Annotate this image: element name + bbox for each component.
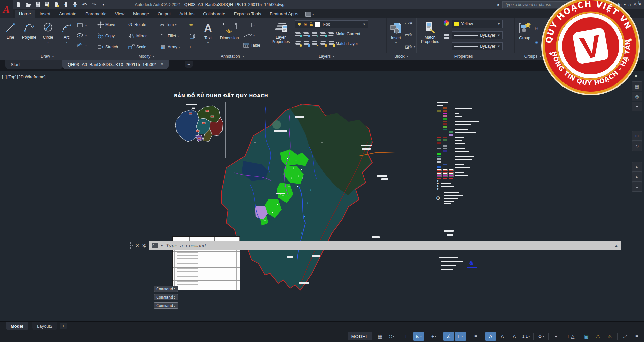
layer-unisolate-icon[interactable] — [303, 41, 309, 46]
leader-tool[interactable]: ▾ — [243, 31, 260, 40]
status-annotation-visibility[interactable]: A — [485, 332, 496, 341]
app-store-icon[interactable]: ⌂ — [628, 2, 631, 7]
status-polar-tracking[interactable]: ⊾▾ — [413, 332, 424, 341]
drawing-canvas[interactable]: [−] [Top] [2D Wireframe] BẢN ĐỒ SỬ DỤNG … — [0, 71, 644, 321]
ribbon-tab-collaborate[interactable]: Collaborate — [199, 10, 230, 18]
status-annotation-all[interactable]: A — [509, 332, 520, 341]
rotate-tool[interactable]: ↺ Rotate — [128, 20, 160, 30]
viewport-view-control[interactable]: [Top] — [7, 75, 16, 79]
line-tool[interactable]: Line — [1, 19, 19, 51]
ribbon-tab-home[interactable]: Home — [15, 10, 35, 18]
command-grip-handle[interactable] — [130, 241, 133, 250]
status-annotation-warning[interactable]: ⚠ — [604, 332, 615, 341]
layer-properties-tool[interactable]: Layer Properties — [269, 19, 292, 51]
layers-panel-label[interactable]: Layers▼ — [267, 53, 386, 60]
status-clean-screen[interactable]: ⤢ — [620, 332, 630, 341]
lineweight-icon[interactable] — [444, 34, 449, 39]
navbar-pan-button[interactable]: + — [632, 102, 642, 111]
search-expand-icon[interactable]: ▶ — [498, 3, 500, 6]
stretch-tool[interactable]: Stretch — [97, 42, 128, 52]
sign-in-button[interactable]: Sign In — [608, 2, 621, 7]
scale-tool[interactable]: Scale — [128, 42, 160, 52]
layer-on-all-icon[interactable] — [295, 41, 301, 46]
layout-tab-layout2[interactable]: Layout2 — [32, 322, 57, 330]
color-wheel-icon[interactable] — [444, 20, 449, 26]
block-panel-label[interactable]: Block▼ — [387, 53, 417, 60]
viewport-visual-style-control[interactable]: [2D Wireframe] — [17, 75, 45, 79]
group-tool[interactable]: Group — [516, 19, 533, 51]
search-icon[interactable]: 🔍︎ — [594, 2, 598, 7]
status-crosshair[interactable]: + — [551, 332, 561, 341]
tool-prev-button[interactable]: ▸ — [632, 162, 642, 172]
create-block-icon[interactable]: ▭✶ — [405, 21, 415, 25]
sign-in-caret-icon[interactable]: ▾ — [624, 3, 626, 6]
copy-tool[interactable]: Copy — [97, 31, 128, 41]
layer-lock-icon[interactable] — [320, 32, 326, 36]
command-caret-icon[interactable]: ▼ — [160, 244, 163, 247]
linear-dimension-tool[interactable]: ▾ — [243, 21, 260, 30]
rectangle-tool[interactable]: ▾ — [76, 21, 87, 30]
draw-panel-label[interactable]: Draw▼ — [0, 53, 95, 60]
arc-tool[interactable]: Arc ▾ — [58, 19, 76, 51]
text-tool[interactable]: A Text ▾ — [200, 19, 216, 51]
layer-thaw-icon[interactable]: ☀ — [312, 41, 318, 46]
array-tool[interactable]: Array ▾ — [160, 42, 189, 52]
hatch-tool[interactable]: ▾ — [76, 41, 87, 49]
lineweight-dropdown[interactable]: ByLayer ▼ — [452, 31, 503, 39]
layer-isolate-icon[interactable] — [303, 32, 309, 36]
match-layer-button[interactable]: Match Layer — [328, 39, 358, 49]
new-drawing-tab-button[interactable]: + — [185, 61, 193, 68]
polyline-tool[interactable]: Polyline — [20, 19, 38, 51]
annotation-panel-label[interactable]: Annotation▼ — [198, 53, 267, 60]
navbar-zoom-button[interactable]: ⊕ — [632, 131, 642, 141]
ribbon-tab-annotate[interactable]: Annotate — [55, 10, 81, 18]
close-drawing-icon[interactable]: ✕ — [634, 73, 638, 79]
linetype-icon[interactable] — [444, 47, 449, 50]
properties-panel-label[interactable]: Properties⌄ — [417, 53, 514, 60]
new-layout-button[interactable]: + — [60, 323, 67, 329]
status-object-snap[interactable]: □▾ — [455, 332, 466, 341]
layer-off-icon[interactable] — [295, 32, 301, 36]
layer-unlock-all-icon[interactable] — [320, 41, 326, 46]
ribbon-tab-manage[interactable]: Manage — [129, 10, 153, 18]
ribbon-tab-parametric[interactable]: Parametric — [81, 10, 111, 18]
viewport-minimize-control[interactable]: [−] — [2, 75, 7, 79]
status-object-snap-tracking[interactable]: +▾ — [428, 332, 439, 341]
maximize-button[interactable]: ❐ — [638, 1, 641, 4]
file-tab-active-document[interactable]: QH03_A0_BanDoSDD...K10_260115_14h00* × — [62, 60, 169, 69]
erase-tool[interactable]: ✏︎ — [189, 20, 199, 30]
ellipse-tool[interactable]: ▾ — [76, 31, 87, 40]
command-close-icon[interactable]: ✕ — [135, 243, 139, 248]
status-annotation-autoscale[interactable]: A — [497, 332, 508, 341]
ungroup-icon[interactable]: ⊟ — [535, 26, 539, 31]
edit-block-icon[interactable]: ▭✎︎ — [405, 33, 415, 37]
object-color-dropdown[interactable]: Yellow ▼ — [452, 20, 503, 28]
status-grid[interactable]: ▦ — [375, 332, 385, 341]
circle-tool[interactable]: Circle ▾ — [39, 19, 57, 51]
minimize-button[interactable]: — — [631, 1, 634, 4]
modify-panel-label[interactable]: Modify▼ — [95, 53, 198, 60]
insert-tool[interactable]: Insert ▾ — [388, 19, 404, 51]
ribbon-tab-view[interactable]: View — [111, 10, 129, 18]
ribbon-tab-add-ins[interactable]: Add-ins — [175, 10, 199, 18]
ribbon-tab-output[interactable]: Output — [153, 10, 175, 18]
mirror-tool[interactable]: Mirror — [128, 31, 160, 41]
ribbon-tab-express-tools[interactable]: Express Tools — [230, 10, 266, 18]
group-edit-icon[interactable]: ⊞ — [535, 40, 539, 45]
tool-menu-button[interactable]: ≡ — [632, 182, 642, 192]
status-graphics-performance[interactable]: ▣ — [581, 332, 592, 341]
ribbon-tab-featured-apps[interactable]: Featured Apps — [265, 10, 303, 18]
tool-next-button[interactable]: ▸ — [632, 172, 642, 182]
navbar-orbit-button[interactable]: ↻ — [632, 141, 642, 151]
viewcube-button[interactable]: ▦ — [632, 81, 642, 91]
move-tool[interactable]: Move — [97, 20, 128, 30]
status-ortho[interactable]: ∟ — [401, 332, 412, 341]
table-tool[interactable]: Table — [243, 41, 260, 50]
layer-freeze-icon[interactable]: ❄︎ — [312, 32, 318, 36]
dimension-tool[interactable]: Dimension — [217, 19, 242, 51]
navbar-wheel-button[interactable]: ◎ — [632, 92, 642, 101]
model-space-badge[interactable]: MODEL — [348, 332, 372, 340]
offset-tool[interactable]: ⊂ — [189, 42, 199, 52]
help-search-input[interactable] — [502, 1, 591, 8]
status-annotation-scale[interactable]: 1:1▾ — [521, 332, 531, 341]
